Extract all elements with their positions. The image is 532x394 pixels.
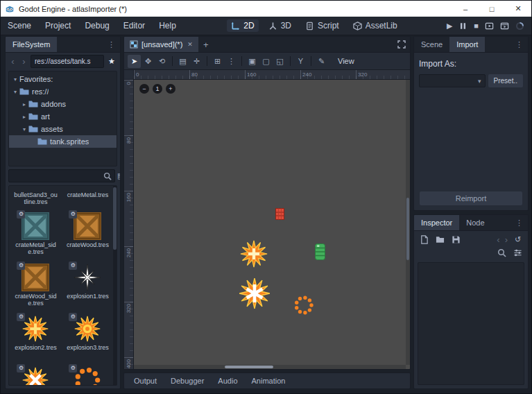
- bottom-tab-animation[interactable]: Animation: [245, 372, 293, 389]
- favorite-star-icon[interactable]: ★: [106, 57, 117, 66]
- sprite-explosion-asterisk[interactable]: [238, 277, 271, 310]
- menu-item-help[interactable]: Help: [152, 17, 183, 35]
- save-resource-icon[interactable]: [451, 234, 461, 245]
- sprite-explosion-plus[interactable]: [239, 239, 268, 268]
- view-menu-button[interactable]: View: [334, 55, 359, 67]
- filesystem-menu-icon[interactable]: ⋮: [103, 37, 120, 52]
- tab-close-icon[interactable]: ✕: [186, 41, 193, 48]
- reimport-button[interactable]: Reimport: [420, 191, 522, 205]
- group-object-icon[interactable]: ◱: [273, 55, 286, 68]
- tab-filesystem[interactable]: FileSystem: [6, 37, 57, 52]
- tab-node[interactable]: Node: [459, 215, 491, 230]
- bottom-tab-output[interactable]: Output: [127, 372, 164, 389]
- asset-item[interactable]: ⚙explosion1.tres: [62, 258, 114, 309]
- new-scene-tab-button[interactable]: +: [198, 37, 214, 52]
- maximize-button[interactable]: □: [479, 1, 505, 17]
- asset-item[interactable]: ⚙crateWood.tres: [62, 207, 114, 258]
- asset-item[interactable]: bulletSand3_outline.tres: [10, 186, 62, 207]
- menu-item-editor[interactable]: Editor: [117, 17, 152, 35]
- zoom-reset-button[interactable]: 1: [153, 84, 162, 94]
- new-resource-icon[interactable]: [419, 234, 429, 245]
- asset-item[interactable]: ⚙: [62, 361, 114, 386]
- path-input[interactable]: [31, 55, 104, 68]
- asset-item[interactable]: ⚙: [10, 361, 62, 386]
- play-custom-scene-button[interactable]: [500, 22, 509, 31]
- canvas-vertical-scrollbar[interactable]: [406, 80, 410, 365]
- canvas-horizontal-scrollbar[interactable]: [134, 365, 406, 369]
- bottom-tab-audio[interactable]: Audio: [211, 372, 244, 389]
- pause-button[interactable]: [458, 22, 467, 31]
- workspace-tab-script[interactable]: Script: [301, 19, 343, 32]
- preset-button[interactable]: Preset..: [488, 74, 523, 87]
- tree-item-label: Favorites:: [19, 75, 53, 83]
- lock-object-icon[interactable]: ▣: [246, 55, 259, 68]
- asset-item[interactable]: ⚙crateMetal_side.tres: [10, 207, 62, 258]
- asset-item[interactable]: ⚙explosion2.tres: [10, 309, 62, 361]
- stop-button[interactable]: ■: [474, 22, 479, 30]
- scrollbar-thumb[interactable]: [113, 187, 117, 250]
- asset-item[interactable]: crateMetal.tres: [62, 186, 114, 207]
- scene-tab-unsaved[interactable]: [unsaved](*) ✕: [124, 37, 198, 52]
- scrollbar-thumb[interactable]: [225, 366, 273, 368]
- play-button[interactable]: ▶: [447, 22, 452, 31]
- workspace-tab-3d[interactable]: 3D: [264, 19, 295, 32]
- minimize-button[interactable]: –: [452, 1, 479, 17]
- scene-tab-label: [unsaved](*): [141, 40, 182, 49]
- tree-item-favorites[interactable]: ▾Favorites:: [9, 73, 117, 85]
- sprite-crate-red[interactable]: [275, 208, 284, 220]
- move-tool-icon[interactable]: ✥: [141, 55, 155, 68]
- history-back-button[interactable]: ‹: [8, 56, 17, 67]
- close-button[interactable]: ✕: [505, 1, 531, 17]
- skeleton-options-icon[interactable]: Y: [294, 55, 307, 68]
- menu-item-project[interactable]: Project: [38, 17, 78, 35]
- play-scene-button[interactable]: [485, 22, 494, 31]
- workspace-tab-assetlib[interactable]: AssetLib: [349, 19, 402, 32]
- scrollbar-thumb[interactable]: [406, 198, 409, 260]
- search-box[interactable]: [8, 169, 115, 182]
- tree-item-res[interactable]: ▾res://: [9, 85, 117, 98]
- dock-menu-icon[interactable]: ⋮: [510, 37, 528, 52]
- toolbar-separator: [207, 56, 207, 66]
- edit-history-icon[interactable]: ↺: [513, 234, 523, 245]
- history-forward-icon[interactable]: ›: [505, 234, 508, 245]
- rotate-tool-icon[interactable]: ⟲: [155, 55, 169, 68]
- history-forward-button[interactable]: ›: [19, 56, 28, 67]
- import-as-dropdown[interactable]: ▾: [419, 74, 486, 87]
- search-input[interactable]: [12, 172, 103, 180]
- tool-badge-icon: ⚙: [17, 364, 25, 372]
- select-tool-icon[interactable]: ➤: [128, 55, 141, 68]
- tree-item-assets[interactable]: ▾assets: [9, 123, 117, 135]
- menu-item-scene[interactable]: Scene: [1, 17, 38, 35]
- tool-badge-icon: ⚙: [69, 313, 77, 321]
- tab-inspector[interactable]: Inspector: [414, 215, 459, 230]
- list-select-tool-icon[interactable]: ▤: [176, 55, 189, 68]
- canvas-viewport[interactable]: −1+: [134, 80, 410, 369]
- pan-tool-icon[interactable]: ✛: [190, 55, 203, 68]
- tab-import[interactable]: Import: [449, 37, 485, 52]
- sprite-barrel-green[interactable]: [315, 243, 325, 260]
- file-list-view-toggle-icon[interactable]: ▤: [117, 171, 121, 180]
- snap-options-icon[interactable]: ⋮: [225, 55, 238, 68]
- inspector-menu-icon[interactable]: ⋮: [510, 215, 528, 230]
- tree-item-tank-sprites[interactable]: tank.sprites: [9, 135, 117, 148]
- tree-item-art[interactable]: ▸art: [9, 110, 117, 123]
- history-back-icon[interactable]: ‹: [497, 234, 499, 245]
- snap-toggle-icon[interactable]: ⊞: [211, 55, 224, 68]
- distraction-free-icon[interactable]: [393, 37, 410, 52]
- zoom-out-button[interactable]: −: [139, 84, 149, 94]
- sprite-dots-circle[interactable]: [293, 295, 314, 316]
- asset-item[interactable]: ⚙crateWood_side.tres: [10, 258, 62, 309]
- asset-grid-scrollbar[interactable]: [113, 186, 117, 385]
- unlock-object-icon[interactable]: ▢: [259, 55, 273, 68]
- asset-item[interactable]: ⚙explosion3.tres: [62, 309, 114, 361]
- zoom-in-button[interactable]: +: [166, 84, 175, 94]
- paint-tool-icon[interactable]: ✎: [315, 55, 328, 68]
- property-filter-icon[interactable]: [513, 248, 523, 258]
- load-resource-icon[interactable]: [435, 234, 445, 245]
- search-properties-icon[interactable]: [497, 248, 507, 258]
- menu-item-debug[interactable]: Debug: [78, 17, 116, 35]
- workspace-tab-2d[interactable]: 2D: [227, 19, 258, 32]
- bottom-tab-debugger[interactable]: Debugger: [164, 372, 211, 389]
- tab-scene[interactable]: Scene: [414, 37, 449, 52]
- tree-item-addons[interactable]: ▸addons: [9, 98, 117, 110]
